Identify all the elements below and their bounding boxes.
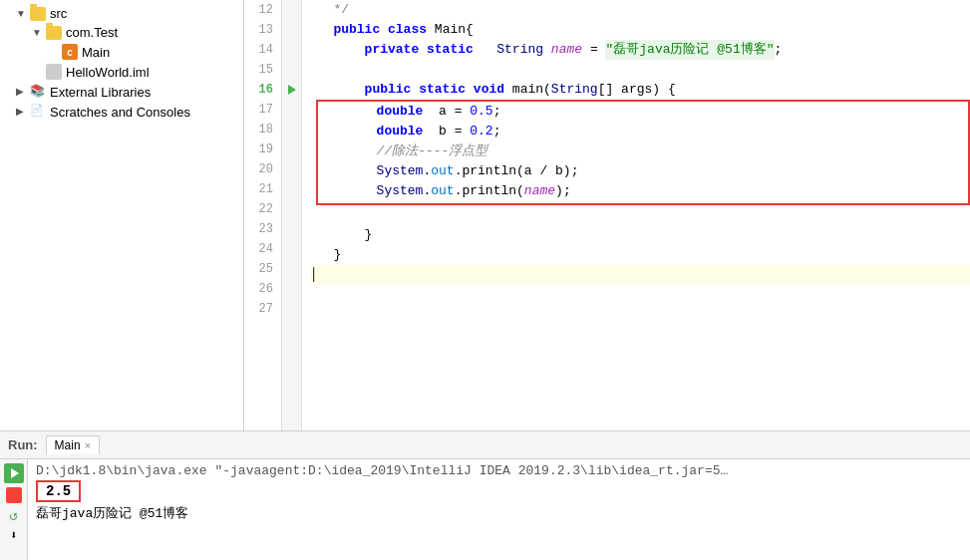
sidebar: ▼ src ▼ com.Test ▶ c Main ▶ HelloWorld.i…	[0, 0, 244, 430]
code-line-15	[310, 60, 970, 80]
code-line-14: private static String name = "磊哥java历险记 …	[310, 40, 970, 60]
run-stop-button[interactable]	[6, 487, 22, 503]
sidebar-label-main: Main	[82, 45, 110, 60]
tab-close-icon[interactable]: ×	[85, 439, 91, 451]
code-editor[interactable]: 12 13 14 15 16 17 18 19 20 21 22 23 24 2…	[244, 0, 970, 430]
extlib-icon: 📚	[30, 84, 46, 100]
tab-main[interactable]: Main ×	[46, 435, 100, 454]
output-result: 2.5	[36, 480, 81, 502]
java-icon: c	[62, 44, 78, 60]
bottom-panel: Run: Main × ↺ ⬇ D:\jdk1.8\bin\java.exe "…	[0, 430, 970, 560]
sidebar-item-comtest[interactable]: ▼ com.Test	[0, 23, 243, 42]
editor-area: 12 13 14 15 16 17 18 19 20 21 22 23 24 2…	[244, 0, 970, 430]
sidebar-item-scratches[interactable]: ▶ 📄 Scratches and Consoles	[0, 102, 243, 122]
run-rerun-button[interactable]: ↺	[6, 507, 22, 523]
sidebar-label-scratches: Scratches and Consoles	[50, 105, 190, 120]
code-line-22	[310, 205, 970, 225]
output-text: 磊哥java历险记 @51博客	[36, 504, 962, 522]
sidebar-item-helloworld[interactable]: ▶ HelloWorld.iml	[0, 62, 243, 82]
code-line-12: */	[310, 0, 970, 20]
code-line-16: public static void main(String[] args) {	[310, 80, 970, 100]
run-left-toolbar: ↺ ⬇	[0, 459, 28, 560]
code-content[interactable]: */ public class Main{ private static Str…	[302, 0, 970, 430]
arrow-extlibs: ▶	[16, 86, 28, 98]
tab-main-label: Main	[55, 438, 81, 452]
code-line-20: System.out.println(a / b);	[322, 161, 964, 181]
run-output: D:\jdk1.8\bin\java.exe "-javaagent:D:\id…	[28, 459, 970, 560]
run-content: ↺ ⬇ D:\jdk1.8\bin\java.exe "-javaagent:D…	[0, 459, 970, 560]
arrow-scratches: ▶	[16, 106, 28, 118]
run-button-gutter[interactable]	[282, 80, 302, 100]
sidebar-label-comtest: com.Test	[66, 25, 118, 40]
code-line-13: public class Main{	[310, 20, 970, 40]
run-play-button[interactable]	[4, 463, 24, 483]
folder-icon-src	[30, 7, 46, 21]
sidebar-item-extlibs[interactable]: ▶ 📚 External Libraries	[0, 82, 243, 102]
run-scroll-down-button[interactable]: ⬇	[6, 527, 22, 543]
arrow-comtest: ▼	[32, 27, 44, 39]
main-area: ▼ src ▼ com.Test ▶ c Main ▶ HelloWorld.i…	[0, 0, 970, 430]
code-line-23: }	[310, 225, 970, 245]
iml-icon	[46, 64, 62, 80]
arrow-src: ▼	[16, 8, 28, 20]
run-label: Run:	[8, 437, 38, 452]
sidebar-label-src: src	[50, 6, 67, 21]
code-line-24: }	[310, 245, 970, 265]
code-line-26	[310, 285, 970, 305]
folder-icon-comtest	[46, 26, 62, 40]
code-line-19: //除法----浮点型	[322, 141, 964, 161]
code-line-21: System.out.println(name);	[322, 181, 964, 201]
code-line-17: double a = 0.5;	[322, 102, 964, 122]
scratch-icon: 📄	[30, 104, 46, 120]
sidebar-label-extlibs: External Libraries	[50, 85, 151, 100]
output-cmd: D:\jdk1.8\bin\java.exe "-javaagent:D:\id…	[36, 463, 734, 478]
code-line-27	[310, 305, 970, 325]
sidebar-item-src[interactable]: ▼ src	[0, 4, 243, 23]
run-tab-bar: Run: Main ×	[0, 431, 970, 459]
sidebar-label-helloworld: HelloWorld.iml	[66, 65, 150, 80]
sidebar-item-main[interactable]: ▶ c Main	[0, 42, 243, 62]
gutter	[282, 0, 302, 430]
line-numbers: 12 13 14 15 16 17 18 19 20 21 22 23 24 2…	[244, 0, 282, 430]
code-line-18: double b = 0.2;	[322, 122, 964, 141]
code-line-25: │	[310, 265, 970, 285]
